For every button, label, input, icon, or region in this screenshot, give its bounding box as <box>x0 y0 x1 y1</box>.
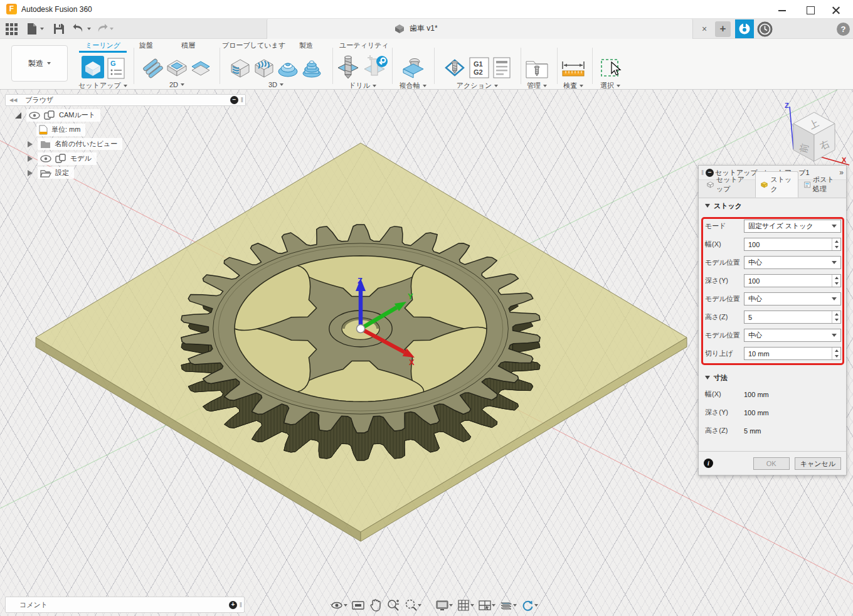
document-tab[interactable]: 歯車 v1* <box>267 19 693 39</box>
gcode-folder-icon[interactable]: G <box>107 58 125 79</box>
app-grid-icon[interactable] <box>5 21 18 36</box>
browser-row-settings[interactable]: 設定 <box>5 166 122 180</box>
spinner-buttons[interactable] <box>832 275 840 287</box>
group-label-multiaxis[interactable]: 複合軸 <box>400 81 420 90</box>
refresh-button[interactable] <box>519 597 539 613</box>
layers-button[interactable] <box>498 597 518 613</box>
ribbon-tab-utilities[interactable]: ユーティリティ <box>339 41 389 50</box>
workspace-switcher-button[interactable]: 製造 <box>11 45 68 82</box>
dimensions-section-header[interactable]: 寸法 <box>699 370 846 385</box>
3d-adaptive-icon[interactable] <box>230 58 251 79</box>
look-at-button[interactable] <box>350 597 366 613</box>
model-position-z-select[interactable]: 中心 <box>744 329 841 342</box>
browser-minimize-icon[interactable]: − <box>230 96 238 104</box>
save-button[interactable] <box>53 21 65 36</box>
collapsed-arrow-icon[interactable] <box>28 156 33 162</box>
2d-turning-icon[interactable] <box>142 58 164 79</box>
3d-spiral-icon[interactable] <box>301 58 322 79</box>
comment-bar[interactable]: コメント + ‖ <box>5 597 245 613</box>
ribbon-tab-milling[interactable]: ミーリング <box>85 41 120 50</box>
new-tab-button[interactable]: + <box>715 21 731 37</box>
redo-button[interactable] <box>95 21 114 36</box>
drill-icon[interactable] <box>337 55 359 79</box>
group-label-inspect[interactable]: 検査 <box>563 81 577 90</box>
ribbon-tab-probing[interactable]: プローブしています <box>222 41 285 50</box>
tab-close-icon[interactable]: × <box>698 23 711 35</box>
visibility-eye-icon[interactable] <box>29 112 40 119</box>
browser-item-label[interactable]: 設定 <box>55 168 69 178</box>
group-label-drill[interactable]: ドリル <box>349 81 370 90</box>
mode-select[interactable]: 固定サイズ ストック <box>744 220 841 233</box>
tab-post-process[interactable]: ポスト処理 <box>798 171 846 198</box>
browser-item-label[interactable]: モデル <box>70 154 92 163</box>
post-process-icon[interactable]: G1 G2 <box>469 56 490 79</box>
orbit-button[interactable] <box>329 597 349 613</box>
viewports-button[interactable] <box>477 597 497 613</box>
tool-library-icon[interactable] <box>525 58 549 79</box>
group-label-setup[interactable]: セットアップ <box>78 81 121 90</box>
file-menu-button[interactable] <box>26 21 44 36</box>
model-position-x-select[interactable]: 中心 <box>744 256 841 269</box>
comment-expand-icon[interactable]: + <box>229 601 237 609</box>
group-label-3d[interactable]: 3D <box>268 81 277 88</box>
close-button[interactable] <box>827 5 845 15</box>
browser-row-cam-root[interactable]: CAMルート <box>5 108 122 122</box>
tab-setup[interactable]: セットアップ <box>701 171 755 198</box>
zoom-button[interactable] <box>385 597 401 613</box>
ok-button[interactable]: OK <box>753 457 790 470</box>
group-label-manage[interactable]: 管理 <box>527 81 541 90</box>
stock-section-header[interactable]: ストック <box>699 198 846 213</box>
pan-button[interactable] <box>368 597 384 613</box>
browser-row-named-views[interactable]: 名前の付いたビュー <box>5 137 122 151</box>
group-label-select[interactable]: 選択 <box>600 81 614 90</box>
maximize-button[interactable] <box>801 5 820 15</box>
drill-custom-icon[interactable] <box>364 55 388 79</box>
browser-item-label[interactable]: CAMルート <box>59 110 95 120</box>
job-status-button[interactable] <box>735 19 754 38</box>
browser-grip-icon[interactable]: ‖ <box>241 97 243 104</box>
comment-grip-icon[interactable]: ‖ <box>240 602 242 608</box>
info-icon[interactable]: i <box>704 459 713 468</box>
visibility-eye-icon[interactable] <box>40 155 51 162</box>
simulate-icon[interactable] <box>443 56 466 79</box>
3d-contour-icon[interactable] <box>253 58 275 79</box>
new-setup-icon[interactable] <box>81 55 105 79</box>
collapse-left-icon[interactable]: ◀◀ <box>9 97 17 103</box>
collapsed-arrow-icon[interactable] <box>28 141 33 147</box>
setup-sheet-icon[interactable] <box>492 56 511 79</box>
2d-pocket-icon[interactable] <box>166 58 188 79</box>
job-history-button[interactable] <box>757 21 773 37</box>
browser-header[interactable]: ◀◀ ブラウザ − ‖ <box>5 94 246 106</box>
minimize-button[interactable] <box>773 5 792 15</box>
round-up-input[interactable]: 10 mm <box>744 347 841 360</box>
spinner-buttons[interactable] <box>832 348 840 359</box>
model-position-y-select[interactable]: 中心 <box>744 292 841 305</box>
spinner-buttons[interactable] <box>832 311 840 323</box>
grid-snaps-button[interactable] <box>455 597 475 613</box>
group-label-2d[interactable]: 2D <box>169 81 178 88</box>
ribbon-tab-fabrication[interactable]: 製造 <box>299 41 313 50</box>
browser-item-label[interactable]: 名前の付いたビュー <box>55 139 117 149</box>
undo-button[interactable] <box>73 21 91 36</box>
multiaxis-icon[interactable] <box>401 56 425 79</box>
ribbon-tab-turning[interactable]: 旋盤 <box>139 41 153 50</box>
2d-face-icon[interactable] <box>190 58 211 79</box>
ribbon-tab-additive[interactable]: 積層 <box>181 41 195 50</box>
help-button[interactable]: ? <box>837 23 850 36</box>
measure-icon[interactable] <box>561 60 586 79</box>
expanded-arrow-icon[interactable] <box>14 111 23 120</box>
3d-scallop-icon[interactable] <box>277 58 299 79</box>
tab-stock[interactable]: ストック <box>755 171 798 198</box>
group-label-action[interactable]: アクション <box>457 81 492 90</box>
cancel-button[interactable]: キャンセル <box>795 457 841 470</box>
spinner-buttons[interactable] <box>832 238 840 250</box>
browser-row-units[interactable]: 単位: mm <box>5 122 122 137</box>
browser-row-model[interactable]: モデル <box>5 151 122 166</box>
width-x-input[interactable]: 100 <box>744 238 841 251</box>
depth-y-input[interactable]: 100 <box>744 274 841 287</box>
collapsed-arrow-icon[interactable] <box>28 170 33 176</box>
browser-item-label[interactable]: 単位: mm <box>51 125 80 134</box>
display-settings-button[interactable] <box>434 597 454 613</box>
zoom-window-button[interactable] <box>403 597 423 613</box>
height-z-input[interactable]: 5 <box>744 311 841 324</box>
